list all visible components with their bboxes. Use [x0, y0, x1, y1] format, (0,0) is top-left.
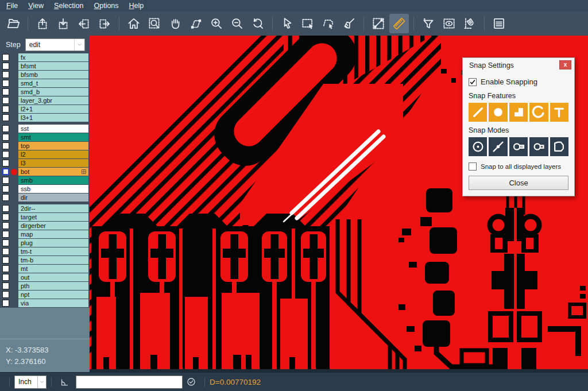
- zoom-polygon-button[interactable]: [186, 14, 206, 33]
- menu-selection[interactable]: Selection: [49, 2, 88, 10]
- layer-visibility-checkbox[interactable]: [2, 265, 9, 272]
- menu-options[interactable]: Options: [88, 2, 123, 10]
- snap-pad-button[interactable]: [489, 103, 507, 122]
- layer-visibility-checkbox[interactable]: [2, 300, 9, 307]
- layer-name-label[interactable]: dirgerber: [18, 222, 88, 230]
- layer-visibility-checkbox[interactable]: [2, 125, 9, 132]
- ruler-button[interactable]: [389, 14, 409, 33]
- step-dropdown[interactable]: edit: [25, 38, 85, 51]
- layer-name-label[interactable]: plug: [18, 239, 88, 247]
- zoom-home-button[interactable]: [124, 14, 144, 33]
- layer-visibility-checkbox[interactable]: [2, 106, 9, 113]
- mode-midline-button[interactable]: [489, 137, 507, 156]
- close-button[interactable]: Close: [469, 176, 568, 190]
- select-rectangle-button[interactable]: [298, 14, 318, 33]
- layer-visibility-checkbox[interactable]: [2, 54, 9, 61]
- mode-slot-open-button[interactable]: [529, 137, 548, 156]
- zoom-reset-button[interactable]: [248, 14, 268, 33]
- layer-visibility-checkbox[interactable]: [2, 291, 9, 298]
- layer-name-label[interactable]: 2dir--: [18, 204, 88, 212]
- layer-name-label[interactable]: npt: [18, 291, 88, 299]
- layer-visibility-checkbox[interactable]: [2, 185, 9, 192]
- mode-slot-button[interactable]: [509, 137, 528, 156]
- layer-name-label[interactable]: layer_3.gbr: [18, 96, 88, 104]
- layer-visibility-checkbox[interactable]: [2, 134, 9, 141]
- layer-visibility-checkbox[interactable]: [2, 257, 9, 264]
- layer-visibility-checkbox[interactable]: [2, 80, 9, 87]
- snap-line-button[interactable]: [469, 103, 487, 122]
- select-button[interactable]: [277, 14, 297, 33]
- zoom-window-button[interactable]: [145, 14, 164, 33]
- menu-view[interactable]: View: [23, 2, 49, 10]
- command-input[interactable]: [76, 375, 183, 389]
- layer-name-label[interactable]: sst: [18, 125, 88, 133]
- layer-name-label[interactable]: map: [18, 230, 88, 238]
- layer-visibility-checkbox[interactable]: [2, 71, 9, 78]
- layer-visibility-checkbox[interactable]: [2, 88, 9, 95]
- layer-name-label[interactable]: tm-t: [18, 247, 88, 255]
- snap-arc-button[interactable]: [529, 103, 548, 122]
- snap-text-button[interactable]: [550, 103, 568, 122]
- layer-visibility-checkbox[interactable]: [2, 214, 9, 220]
- move-up-button[interactable]: [33, 14, 52, 33]
- layer-visibility-checkbox[interactable]: [2, 142, 9, 149]
- layer-visibility-checkbox[interactable]: [2, 248, 9, 255]
- zoom-out-button[interactable]: [227, 14, 247, 33]
- filter-button[interactable]: [419, 14, 438, 33]
- layer-visibility-checkbox[interactable]: [2, 194, 9, 201]
- pan-button[interactable]: [165, 14, 185, 33]
- layer-name-label[interactable]: via: [18, 299, 88, 307]
- layer-visibility-checkbox[interactable]: [2, 160, 9, 167]
- layer-visibility-checkbox[interactable]: [2, 231, 9, 238]
- layer-visibility-checkbox[interactable]: [2, 97, 9, 104]
- layer-name-label[interactable]: target: [18, 213, 88, 221]
- unit-dropdown[interactable]: Inch: [14, 375, 47, 389]
- clean-button[interactable]: [339, 14, 359, 33]
- sync-icon[interactable]: [185, 376, 197, 388]
- layer-name-label[interactable]: dir: [18, 193, 88, 202]
- layer-visibility-checkbox[interactable]: [2, 151, 9, 158]
- select-polygon-button[interactable]: [319, 14, 338, 33]
- snap-corner-button[interactable]: [509, 103, 528, 122]
- layer-name-label[interactable]: bfsmb: [18, 71, 88, 79]
- mode-center-button[interactable]: [469, 137, 487, 156]
- report-button[interactable]: [489, 14, 509, 33]
- measure-button[interactable]: [369, 14, 388, 33]
- layer-visibility-checkbox[interactable]: [2, 222, 9, 229]
- layer-name-label[interactable]: l3: [18, 159, 88, 167]
- layer-name-label[interactable]: smd_b: [18, 88, 88, 96]
- layer-name-label[interactable]: ssb: [18, 185, 88, 193]
- layer-name-label[interactable]: l3+1: [18, 114, 88, 122]
- layer-visibility-checkbox[interactable]: [2, 205, 9, 212]
- layer-visibility-checkbox[interactable]: [2, 168, 9, 175]
- move-down-button[interactable]: [53, 14, 73, 33]
- view-options-button[interactable]: [439, 14, 459, 33]
- mode-outline-button[interactable]: [550, 137, 568, 156]
- snap-settings-button[interactable]: [460, 14, 479, 33]
- menu-help[interactable]: Help: [124, 2, 149, 10]
- move-right-button[interactable]: [95, 14, 114, 33]
- layer-visibility-checkbox[interactable]: [2, 282, 9, 289]
- layer-name-label[interactable]: smd_t: [18, 79, 88, 87]
- layer-name-label[interactable]: top: [18, 142, 88, 150]
- menu-file[interactable]: File: [1, 2, 23, 10]
- open-file-button[interactable]: [3, 14, 23, 33]
- layer-name-label[interactable]: smb: [18, 176, 88, 184]
- layer-visibility-checkbox[interactable]: [2, 114, 9, 121]
- enable-snapping-checkbox[interactable]: Enable Snapping: [469, 78, 568, 86]
- layer-name-label[interactable]: l2+1: [18, 105, 88, 113]
- layer-name-label[interactable]: pth: [18, 282, 88, 290]
- close-icon[interactable]: x: [559, 60, 571, 69]
- layer-visibility-checkbox[interactable]: [2, 63, 9, 69]
- move-left-button[interactable]: [74, 14, 94, 33]
- layer-visibility-checkbox[interactable]: [2, 177, 9, 184]
- layer-name-label[interactable]: tm-b: [18, 256, 88, 264]
- zoom-in-button[interactable]: [207, 14, 226, 33]
- layer-name-label[interactable]: smt: [18, 133, 88, 141]
- layer-name-label[interactable]: bot: [18, 168, 88, 176]
- layer-visibility-checkbox[interactable]: [2, 239, 9, 246]
- layer-visibility-checkbox[interactable]: [2, 274, 9, 281]
- layer-name-label[interactable]: fx: [18, 53, 88, 61]
- snap-all-layers-checkbox[interactable]: Snap to all displayed layers: [469, 162, 568, 171]
- layer-name-label[interactable]: mt: [18, 265, 88, 273]
